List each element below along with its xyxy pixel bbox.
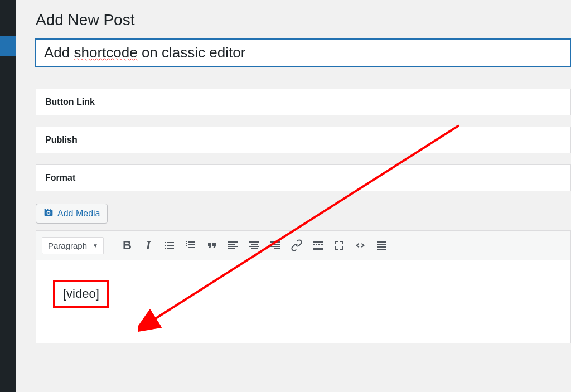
format-select[interactable]: Paragraph [42,237,104,254]
numbered-list-button[interactable] [181,235,201,255]
align-left-button[interactable] [223,235,243,255]
code-button[interactable] [350,235,370,255]
add-media-button[interactable]: Add Media [36,204,108,224]
fullscreen-button[interactable] [329,235,349,255]
admin-sidebar [0,0,16,392]
link-button[interactable] [287,235,307,255]
sidebar-active-indicator [0,36,16,56]
page-title: Add New Post [36,11,571,29]
read-more-button[interactable] [308,235,328,255]
blockquote-button[interactable] [202,235,222,255]
metabox-button-link[interactable]: Button Link [36,89,571,115]
bold-button[interactable]: B [117,235,137,255]
shortcode-highlight-annotation: [video] [53,280,109,308]
editor-content-area[interactable]: [video] [36,260,571,343]
align-right-button[interactable] [265,235,286,255]
add-media-label: Add Media [57,209,100,219]
editor-toolbar: Paragraph B I [36,230,571,260]
metabox-format[interactable]: Format [36,164,571,191]
editor-shortcode-text: [video] [63,287,99,301]
toolbar-toggle-button[interactable] [371,235,391,255]
spellcheck-error: shortcode [74,44,138,61]
bullet-list-button[interactable] [159,235,180,255]
camera-music-icon [43,207,54,220]
metabox-publish[interactable]: Publish [36,127,571,153]
svg-rect-0 [377,241,386,243]
italic-button[interactable]: I [138,235,158,255]
align-center-button[interactable] [244,235,264,255]
main-content: Add New Post Add shortcode on classic ed… [16,0,571,392]
post-title-input[interactable]: Add shortcode on classic editor [36,39,571,66]
